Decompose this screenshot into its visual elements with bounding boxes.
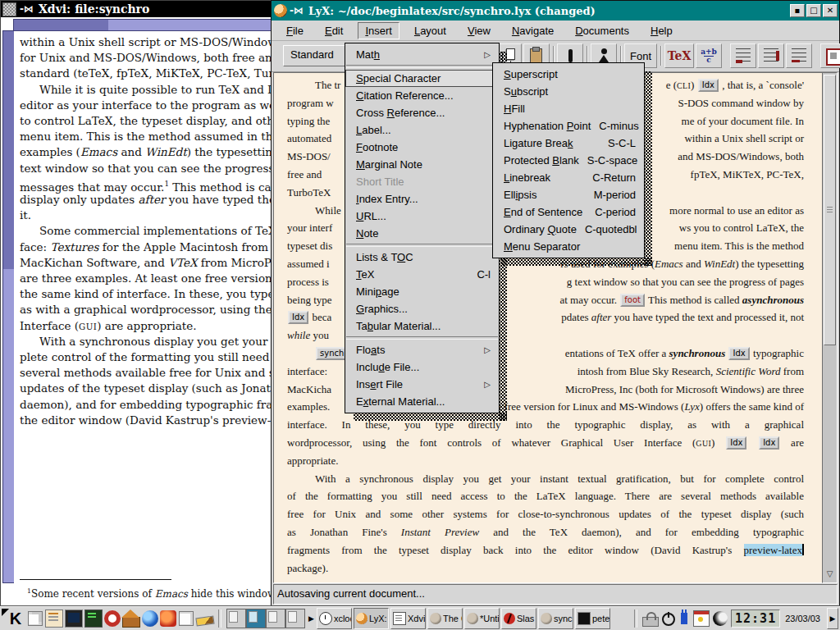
menubar-file[interactable]: File xyxy=(280,23,310,39)
clipboard-pen-icon[interactable] xyxy=(45,609,63,628)
xdvi-text-line: the same kind of interface. In these, yo… xyxy=(20,286,274,302)
lock-tray-icon[interactable] xyxy=(642,617,659,627)
moon-tray-icon[interactable] xyxy=(713,611,728,626)
menubar-layout[interactable]: Layout xyxy=(408,23,453,39)
menu-item-label[interactable]: Label... xyxy=(345,121,499,139)
menu-item-hfill[interactable]: HFill xyxy=(493,100,644,117)
minimize-button[interactable]: ▪ xyxy=(790,4,805,17)
menubar-navigate[interactable]: Navigate xyxy=(505,23,560,39)
menu-item-lists-toc[interactable]: Lists & TOC xyxy=(345,249,499,266)
inset-idx-button[interactable]: Idx xyxy=(698,79,719,92)
figure-toolbar-button[interactable] xyxy=(820,43,840,68)
task-button-lyx[interactable]: LyX: xyxy=(354,608,389,629)
inset-idx-button[interactable]: Idx xyxy=(728,347,749,360)
menu-item-math[interactable]: Math▷ xyxy=(345,46,499,63)
lyx-titlebar[interactable]: -⋈ LyX: ~/doc/beginlatex/src/synchro.lyx… xyxy=(272,1,839,21)
kde-red-icon[interactable] xyxy=(160,610,176,627)
menu-item-end-of-sentence[interactable]: End of SentenceC-period xyxy=(493,203,644,221)
menu-item-tex[interactable]: TeXC-l xyxy=(345,266,499,283)
menu-item-include-file[interactable]: Include File... xyxy=(345,358,499,376)
menubar-view[interactable]: View xyxy=(461,23,497,39)
screen-icon[interactable] xyxy=(65,609,83,628)
panel-hide-arrow-left[interactable] xyxy=(2,609,9,616)
inset-foot-button[interactable]: foot xyxy=(620,294,645,307)
menu-item-ordinary-quote[interactable]: Ordinary QuoteC-quotedbl xyxy=(493,221,644,238)
lcd-clock[interactable]: 12:31 xyxy=(731,609,780,628)
menu-item-superscript[interactable]: Superscript xyxy=(493,66,644,83)
pager-desktop-1[interactable] xyxy=(226,609,246,628)
menu-item-tabular-material[interactable]: Tabular Material... xyxy=(345,317,499,335)
menubar-insert[interactable]: Insert xyxy=(358,22,399,39)
menu-item-ligature-break[interactable]: Ligature BreakS-C-L xyxy=(493,135,644,152)
menu-item-insert-file[interactable]: Insert File▷ xyxy=(345,376,499,393)
terminal-icon[interactable] xyxy=(84,609,103,628)
menubar-edit[interactable]: Edit xyxy=(318,23,349,39)
menu-item-cross-reference[interactable]: Cross Reference... xyxy=(345,104,499,121)
task-button-the-g[interactable]: The G xyxy=(427,608,463,629)
lyx-app-icon[interactable] xyxy=(274,4,287,17)
scrollbar-thumb[interactable] xyxy=(14,20,108,30)
task-button-xcloc[interactable]: xcloc xyxy=(317,608,352,629)
menu-item-hyphenation-point[interactable]: Hyphenation PointC-minus xyxy=(493,117,644,135)
xdvi-vertical-scrollbar[interactable] xyxy=(2,30,15,583)
panel-hide-arrow-right[interactable]: ▶ xyxy=(827,608,838,629)
scrollbar-thumb[interactable] xyxy=(3,31,14,269)
taskbar-scroll-icon[interactable]: ▶ xyxy=(308,614,314,623)
clock-applet[interactable]: 12:31 23/03/03 xyxy=(731,609,825,628)
inset-idx-button[interactable]: Idx xyxy=(726,436,746,450)
footnote-toolbar-button[interactable] xyxy=(730,43,756,68)
margin-toolbar-button[interactable] xyxy=(758,43,784,68)
menu-item-protected-blank[interactable]: Protected BlankS-C-space xyxy=(493,152,644,169)
inset-idx-button[interactable]: Idx xyxy=(288,311,308,324)
xdvi-titlebar[interactable]: -⋈ Xdvi: file:synchro xyxy=(1,1,275,17)
inset-synch-button[interactable]: synch xyxy=(316,347,348,360)
pager-desktop-2[interactable] xyxy=(246,609,266,628)
pager-desktop-4[interactable] xyxy=(285,609,305,628)
maximize-button[interactable]: □ xyxy=(806,4,821,17)
window-list-icon[interactable] xyxy=(27,610,43,627)
calendar-tray-icon[interactable] xyxy=(693,610,710,627)
menu-item-special-character[interactable]: Special Character xyxy=(345,70,499,87)
depth-toolbar-button[interactable] xyxy=(786,43,812,68)
tex-toolbar-button[interactable]: TeX xyxy=(664,43,694,68)
scroll-down-arrow-icon[interactable]: ▽ xyxy=(824,568,836,581)
menu-item-minipage[interactable]: Minipage xyxy=(345,283,499,300)
lyx-vertical-scrollbar[interactable]: ▽ xyxy=(822,72,838,583)
inset-idx-button[interactable]: Idx xyxy=(759,436,779,450)
task-button-pete[interactable]: pete◀ xyxy=(575,608,610,629)
menu-item-url[interactable]: URL... xyxy=(345,208,499,225)
task-button-xdvi[interactable]: Xdvi: xyxy=(390,608,426,629)
menu-item-external-material[interactable]: External Material... xyxy=(345,393,499,410)
task-button-sync[interactable]: sync xyxy=(538,608,573,629)
xdvi-iconify-icon[interactable] xyxy=(2,2,16,16)
scrollbar-thumb[interactable] xyxy=(824,75,836,345)
menu-item-note[interactable]: Note xyxy=(345,225,499,242)
home-icon[interactable] xyxy=(122,617,140,628)
menu-item-subscript[interactable]: Subscript xyxy=(493,83,644,100)
pencil-icon[interactable] xyxy=(195,616,214,627)
menu-item-index-entry[interactable]: Index Entry... xyxy=(345,190,499,208)
layout-selector[interactable]: Standard xyxy=(283,45,352,66)
menubar-documents[interactable]: Documents xyxy=(568,23,636,39)
menubar-help[interactable]: Help xyxy=(644,23,679,39)
documents-icon[interactable] xyxy=(178,610,194,627)
plug-tray-icon[interactable] xyxy=(681,613,687,624)
task-button-unti[interactable]: *Unti xyxy=(464,608,500,629)
menu-item-footnote[interactable]: Footnote xyxy=(345,139,499,156)
globe-icon[interactable] xyxy=(142,610,158,627)
task-button-slas[interactable]: Slas xyxy=(501,608,536,629)
xdvi-horizontal-scrollbar[interactable] xyxy=(13,19,273,31)
menu-item-ellipsis[interactable]: EllipsisM-period xyxy=(493,186,644,203)
menu-item-linebreak[interactable]: LinebreakC-Return xyxy=(493,169,644,186)
menu-item-short-title[interactable]: Short Title xyxy=(345,173,499,190)
close-button[interactable]: ✕ xyxy=(823,4,838,17)
help-icon[interactable] xyxy=(104,610,121,627)
menu-item-citation-reference[interactable]: Citation Reference... xyxy=(345,87,499,104)
menu-item-marginal-note[interactable]: Marginal Note xyxy=(345,156,499,173)
pager-desktop-3[interactable] xyxy=(266,609,285,628)
menu-item-menu-separator[interactable]: Menu Separator xyxy=(493,238,644,255)
power-tray-icon[interactable] xyxy=(662,613,675,626)
math-toolbar-button[interactable]: a+bc xyxy=(696,43,722,68)
menu-item-floats[interactable]: Floats▷ xyxy=(345,341,499,358)
menu-item-graphics[interactable]: Graphics... xyxy=(345,300,499,317)
